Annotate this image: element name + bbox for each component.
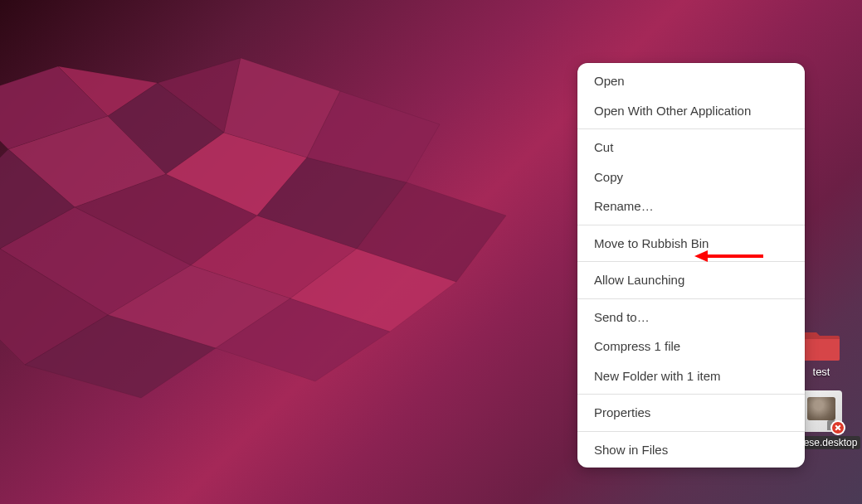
menu-item-move-trash[interactable]: Move to Rubbish Bin [577,229,805,259]
menu-separator [577,128,805,129]
folder-label: test [813,366,830,378]
menu-separator [577,225,805,225]
menu-separator [577,298,805,299]
menu-item-properties[interactable]: Properties [577,398,805,428]
menu-item-allow-launching[interactable]: Allow Launching [577,265,805,295]
menu-item-copy[interactable]: Copy [577,162,805,192]
menu-item-rename[interactable]: Rename… [577,191,805,221]
folder-icon [801,327,841,362]
context-menu: Open Open With Other Application Cut Cop… [577,63,805,468]
menu-item-compress[interactable]: Compress 1 file [577,332,805,361]
menu-separator [577,261,805,262]
error-badge-icon [830,420,845,435]
menu-item-new-folder[interactable]: New Folder with 1 item [577,361,805,391]
desktop-file-thumbnail [801,390,842,432]
menu-item-open[interactable]: Open [577,66,805,96]
menu-item-send-to[interactable]: Send to… [577,303,805,332]
menu-item-open-with[interactable]: Open With Other Application [577,96,805,126]
menu-separator [577,394,805,395]
menu-item-show-in-files[interactable]: Show in Files [577,435,805,465]
menu-item-cut[interactable]: Cut [577,133,805,162]
menu-separator [577,431,805,432]
